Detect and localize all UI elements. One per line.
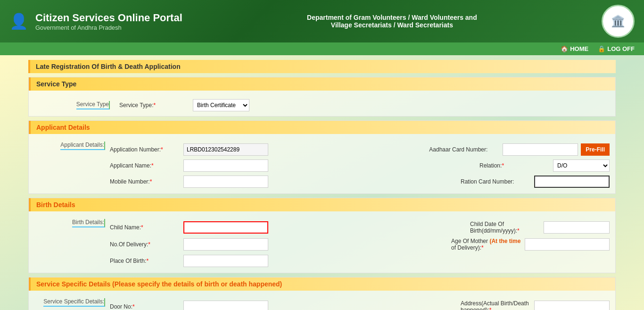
- place-birth-input[interactable]: [183, 255, 268, 267]
- address-label: Address(Actual Birth/Death happened):*: [461, 300, 531, 310]
- portal-subtitle: Government of Andhra Pradesh: [35, 24, 182, 31]
- applicant-name-label: Applicant Name:*: [110, 162, 181, 169]
- logoff-link[interactable]: 🔒 LOG OFF: [598, 45, 635, 52]
- child-name-label: Child Name:*: [110, 224, 181, 231]
- aadhaar-input[interactable]: [503, 143, 578, 156]
- place-birth-label: Place Of Birth:*: [110, 258, 181, 264]
- navbar: 🏠 HOME 🔒 LOG OFF: [0, 42, 644, 55]
- service-specific-sidebar-label: Service Specific Details:: [34, 298, 110, 310]
- mobile-input[interactable]: [183, 176, 268, 188]
- page-title: Late Registration Of Birth & Death Appli…: [28, 60, 616, 73]
- header-dept: Department of Gram Volunteers / Ward Vol…: [307, 14, 477, 29]
- portal-title: Citizen Services Online Portal: [35, 12, 182, 24]
- service-type-field-label: Service Type:*: [119, 102, 190, 109]
- header-title: Citizen Services Online Portal Governmen…: [35, 12, 182, 31]
- age-mother-input[interactable]: [525, 238, 610, 251]
- no-delivery-label: No.Of Delivery:*: [110, 241, 181, 248]
- home-label: HOME: [570, 45, 588, 52]
- header-logo: 🏛️: [602, 5, 635, 38]
- home-link[interactable]: 🏠 HOME: [561, 45, 588, 52]
- child-dob-label: Child Date Of Birth(dd/mm/yyyy):*: [470, 221, 541, 234]
- child-dob-input[interactable]: [544, 221, 610, 234]
- service-type-sidebar-label: Service Type: [34, 101, 110, 109]
- relation-dropdown[interactable]: D/O S/O W/O: [553, 159, 610, 172]
- ration-card-label: Ration Card Number:: [461, 178, 531, 185]
- home-icon: 🏠: [561, 45, 568, 52]
- door-no-label: Door No:*: [110, 303, 181, 310]
- age-mother-label: Age Of Mother (At the time of Delivery):…: [451, 238, 522, 251]
- service-type-header: Service Type: [29, 77, 615, 91]
- no-delivery-input[interactable]: [183, 238, 268, 251]
- header: 👤 Citizen Services Online Portal Governm…: [0, 0, 644, 42]
- relation-label: Relation:*: [479, 162, 550, 169]
- door-no-input[interactable]: [183, 301, 268, 310]
- service-type-dropdown[interactable]: Birth Certificate Death Certificate: [193, 99, 249, 111]
- service-specific-section: Service Specific Details (Please specify…: [28, 277, 616, 310]
- mobile-label: Mobile Number:*: [110, 178, 181, 185]
- logoff-icon: 🔒: [598, 45, 605, 52]
- service-specific-header: Service Specific Details (Please specify…: [29, 277, 615, 291]
- aadhaar-label: Aadhaar Card Number:: [429, 146, 500, 153]
- address-input[interactable]: [534, 301, 610, 310]
- child-name-input[interactable]: [183, 221, 268, 234]
- service-type-field: Service Type:* Birth Certificate Death C…: [119, 99, 249, 111]
- dept-line2: Village Secretariats / Ward Secretariats: [307, 21, 477, 29]
- prefill-button[interactable]: Pre-Fill: [581, 143, 610, 156]
- birth-details-section: Birth Details Birth Details: Child Name:…: [28, 198, 616, 273]
- app-number-label: Application Number:*: [110, 146, 181, 153]
- birth-details-sidebar-label: Birth Details:: [34, 219, 110, 269]
- applicant-details-section: Applicant Details Applicant Details: App…: [28, 120, 616, 194]
- applicant-details-header: Applicant Details: [29, 121, 615, 134]
- birth-details-header: Birth Details: [29, 198, 615, 211]
- applicant-name-input[interactable]: [183, 159, 268, 172]
- dept-line1: Department of Gram Volunteers / Ward Vol…: [307, 14, 477, 21]
- ration-card-input[interactable]: [534, 176, 610, 188]
- applicant-sidebar-label: Applicant Details:: [34, 142, 110, 190]
- header-icon: 👤: [9, 12, 28, 30]
- service-type-section: Service Type Service Type Service Type:*…: [28, 77, 616, 117]
- header-left: 👤 Citizen Services Online Portal Governm…: [9, 12, 182, 31]
- application-number-input[interactable]: LRBD012302542289: [183, 143, 268, 156]
- main-content: Late Registration Of Birth & Death Appli…: [0, 55, 644, 310]
- logoff-label: LOG OFF: [607, 45, 635, 52]
